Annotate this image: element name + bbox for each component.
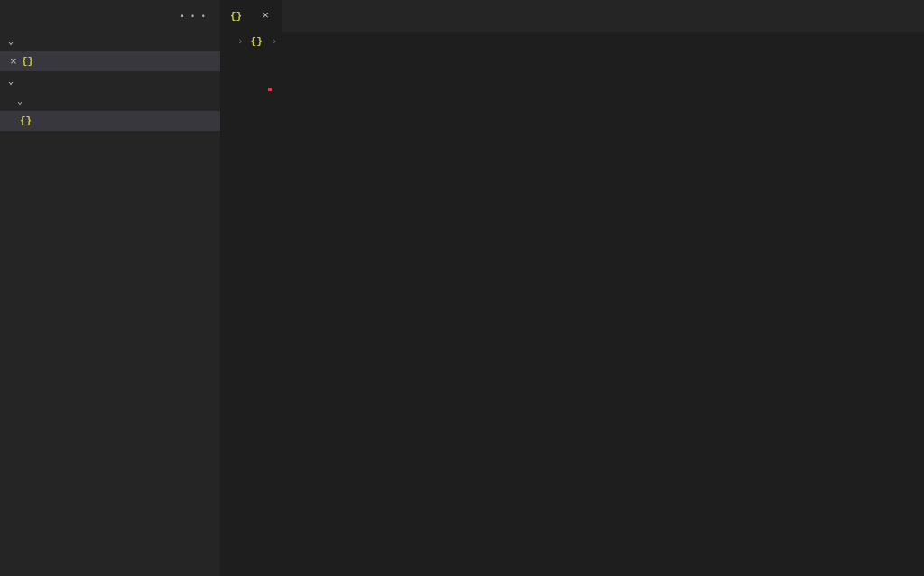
- line-number-gutter: [221, 51, 268, 576]
- open-editor-item[interactable]: × {}: [0, 51, 220, 71]
- chevron-right-icon: ›: [272, 36, 278, 47]
- close-icon[interactable]: ×: [5, 55, 22, 69]
- chevron-down-icon: ⌄: [13, 96, 27, 107]
- chevron-down-icon: ⌄: [4, 76, 18, 87]
- open-editors-section[interactable]: ⌄: [0, 32, 220, 51]
- code-content[interactable]: [268, 51, 924, 576]
- tab-bar: {} ×: [221, 0, 924, 32]
- chevron-right-icon: ›: [237, 36, 244, 47]
- explorer-sidebar: ··· ⌄ × {} ⌄ ⌄ {}: [0, 0, 221, 576]
- tab-active[interactable]: {} ×: [221, 0, 282, 32]
- highlight-box: [268, 88, 272, 91]
- json-file-icon: {}: [251, 36, 263, 47]
- editor-area: {} × › {} ›: [221, 0, 924, 576]
- code-editor[interactable]: [221, 51, 924, 576]
- workspace-section[interactable]: ⌄: [0, 71, 220, 91]
- explorer-more-icon[interactable]: ···: [178, 8, 209, 24]
- json-file-icon: {}: [20, 116, 32, 126]
- chevron-down-icon: ⌄: [4, 36, 18, 47]
- json-file-icon: {}: [230, 11, 242, 22]
- explorer-header: ···: [0, 0, 220, 32]
- close-icon[interactable]: ×: [258, 9, 273, 23]
- file-json-active[interactable]: {}: [0, 111, 220, 131]
- folder-workflows[interactable]: ⌄: [0, 91, 220, 111]
- breadcrumb[interactable]: › {} ›: [221, 32, 924, 51]
- json-file-icon: {}: [22, 56, 33, 67]
